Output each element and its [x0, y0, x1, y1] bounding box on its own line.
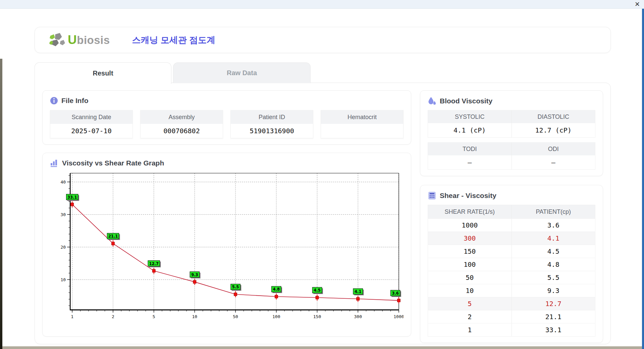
- file-info-field-label: Scanning Date: [50, 110, 132, 124]
- blood-viscosity-value-cell: –: [428, 155, 512, 169]
- svg-text:4.8: 4.8: [273, 287, 280, 292]
- svg-text:12.7: 12.7: [149, 261, 158, 266]
- shear-table-row: 10003.6: [428, 218, 595, 232]
- svg-text:40: 40: [60, 180, 66, 185]
- grid-table-icon: [428, 191, 436, 200]
- blood-viscosity-card: Blood Viscosity SYSTOLICDIASTOLIC4.1 (cP…: [420, 90, 603, 176]
- tab-bar: Result Raw Data: [35, 62, 311, 83]
- shear-rate-cell: 10: [428, 284, 512, 297]
- file-info-field-value: [321, 124, 403, 138]
- file-info-title: File Info: [61, 97, 89, 105]
- file-info-field-value: 2025-07-10: [50, 124, 132, 138]
- shear-rate-cell: 100: [428, 258, 512, 271]
- shear-table-row: 512.7: [428, 297, 595, 310]
- patient-viscosity-cell: 4.1: [512, 232, 595, 245]
- svg-text:1: 1: [71, 314, 73, 319]
- shear-viscosity-card: Shear - Viscosity SHEAR RATE(1/s)PATIENT…: [420, 185, 603, 343]
- viscosity-chart-svg: 125105010015030010001020304033.121.112.7…: [50, 171, 404, 323]
- logo-text: Ubiosis: [68, 33, 110, 47]
- shear-rate-cell: 5: [428, 297, 512, 310]
- blood-viscosity-header-row: TODIODI: [428, 143, 595, 155]
- shear-table-row: 1504.5: [428, 245, 595, 258]
- tab-result[interactable]: Result: [35, 62, 171, 84]
- blood-viscosity-value-cell: 12.7 (cP): [512, 123, 595, 137]
- svg-text:3.6: 3.6: [392, 291, 398, 296]
- patient-viscosity-cell: 5.5: [512, 271, 595, 284]
- file-info-field-value: 000706802: [141, 124, 223, 138]
- svg-text:30: 30: [60, 212, 66, 217]
- blood-viscosity-header-cell: SYSTOLIC: [428, 110, 512, 123]
- patient-viscosity-cell: 21.1: [512, 310, 595, 323]
- svg-text:300: 300: [354, 314, 362, 319]
- info-icon: [50, 97, 58, 105]
- shear-table-row: 133.1: [428, 323, 595, 336]
- file-info-field: Patient ID51901316900: [230, 110, 313, 138]
- graph-card: Viscosity vs Shear Rate Graph 1251050100…: [42, 153, 411, 337]
- svg-text:2: 2: [112, 314, 114, 319]
- shear-rate-cell: 2: [428, 310, 512, 323]
- blood-viscosity-row-group: TODIODI––: [428, 142, 595, 170]
- shear-rate-cell: 1000: [428, 219, 512, 232]
- blood-viscosity-value-cell: –: [512, 155, 595, 169]
- blood-viscosity-header-cell: TODI: [428, 143, 512, 155]
- svg-text:5: 5: [153, 314, 155, 319]
- background-window-edge-left: [0, 59, 2, 349]
- file-info-field-label: Patient ID: [231, 110, 313, 124]
- blood-viscosity-title-row: Blood Viscosity: [428, 97, 595, 105]
- shear-table-header-cell: SHEAR RATE(1/s): [428, 205, 512, 218]
- file-info-fields: Scanning Date2025-07-10Assembly000706802…: [50, 110, 404, 138]
- blood-viscosity-value-row: ––: [428, 155, 595, 169]
- patient-viscosity-cell: 9.3: [512, 284, 595, 297]
- droplets-icon: [428, 97, 436, 105]
- patient-viscosity-cell: 4.8: [512, 258, 595, 271]
- shear-table-header-cell: PATIENT(cp): [512, 205, 595, 218]
- background-window-edge-bottom: [0, 346, 644, 349]
- blood-viscosity-row-group: SYSTOLICDIASTOLIC4.1 (cP)12.7 (cP): [428, 110, 595, 138]
- svg-text:4.1: 4.1: [355, 289, 361, 294]
- patient-viscosity-cell: 12.7: [512, 297, 595, 310]
- close-icon[interactable]: ✕: [635, 1, 640, 8]
- right-column: Blood Viscosity SYSTOLICDIASTOLIC4.1 (cP…: [420, 90, 603, 337]
- blood-viscosity-value-cell: 4.1 (cP): [428, 123, 512, 137]
- graph-title-row: Viscosity vs Shear Rate Graph: [50, 159, 404, 167]
- window-titlebar: ✕: [0, 0, 644, 9]
- svg-text:1000: 1000: [393, 314, 404, 319]
- file-info-field-value: 51901316900: [231, 124, 313, 138]
- file-info-card: File Info Scanning Date2025-07-10Assembl…: [42, 90, 411, 145]
- shear-viscosity-table: SHEAR RATE(1/s)PATIENT(cp)10003.63004.11…: [428, 205, 595, 337]
- file-info-field-label: Assembly: [141, 110, 223, 124]
- shear-table-row: 505.5: [428, 271, 595, 284]
- svg-text:10: 10: [60, 277, 66, 282]
- shear-table-row: 109.3: [428, 284, 595, 297]
- app-header: Ubiosis 스캐닝 모세관 점도계: [35, 27, 611, 53]
- shear-table-row: 3004.1: [428, 232, 595, 245]
- shear-table-row: 221.1: [428, 310, 595, 323]
- patient-viscosity-cell: 33.1: [512, 323, 595, 336]
- blood-viscosity-title: Blood Viscosity: [440, 97, 492, 105]
- blood-viscosity-table: SYSTOLICDIASTOLIC4.1 (cP)12.7 (cP)TODIOD…: [428, 110, 595, 170]
- file-info-field-label: Hematocrit: [321, 110, 403, 124]
- svg-text:21.1: 21.1: [108, 234, 118, 239]
- shear-rate-cell: 50: [428, 271, 512, 284]
- shear-rate-cell: 1: [428, 323, 512, 336]
- graph-title: Viscosity vs Shear Rate Graph: [62, 159, 164, 167]
- blood-viscosity-header-row: SYSTOLICDIASTOLIC: [428, 110, 595, 123]
- file-info-title-row: File Info: [50, 97, 404, 105]
- shear-table-row: 1004.8: [428, 258, 595, 271]
- shear-rate-cell: 300: [428, 232, 512, 245]
- shear-rate-cell: 150: [428, 245, 512, 258]
- app-title-korean: 스캐닝 모세관 점도계: [132, 34, 215, 46]
- shear-viscosity-title: Shear - Viscosity: [440, 192, 496, 200]
- tab-raw-data[interactable]: Raw Data: [173, 62, 311, 83]
- file-info-field: Hematocrit: [321, 110, 404, 138]
- background-window-edge-right: [642, 9, 644, 349]
- ubiosis-logo: Ubiosis: [49, 32, 110, 48]
- svg-text:4.5: 4.5: [314, 288, 320, 293]
- svg-text:100: 100: [272, 314, 280, 319]
- svg-text:50: 50: [233, 314, 238, 319]
- left-column: File Info Scanning Date2025-07-10Assembl…: [42, 90, 411, 337]
- svg-text:10: 10: [192, 314, 198, 319]
- svg-text:9.3: 9.3: [191, 272, 198, 277]
- file-info-field: Assembly000706802: [140, 110, 223, 138]
- blood-viscosity-header-cell: DIASTOLIC: [512, 110, 595, 123]
